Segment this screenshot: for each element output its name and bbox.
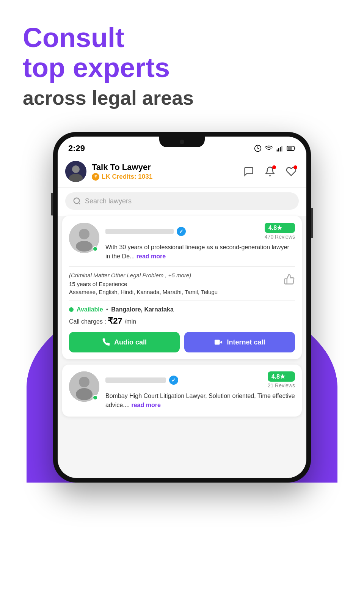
card-buttons: Audio call Internet call (69, 332, 295, 352)
clock-icon (254, 145, 262, 152)
lawyer-description: With 30 years of professional lineage as… (105, 243, 295, 261)
credits-text: LK Credits: 1031 (102, 173, 152, 181)
call-charges: Call charges : ₹27 /min (69, 316, 295, 326)
card2-top-right: ✓ 4.8★ 21 Reviews Bombay High Court Liti… (105, 371, 295, 410)
name-badge-row-2: ✓ 4.8★ 21 Reviews (105, 371, 295, 388)
card-divider (69, 266, 295, 267)
app-credits: ₹ LK Credits: 1031 (92, 173, 152, 181)
read-more-link-2[interactable]: read more (131, 402, 160, 408)
credits-coin: ₹ (92, 173, 99, 181)
lawyer-card-2: ✓ 4.8★ 21 Reviews Bombay High Court Liti… (62, 365, 302, 417)
notification-button[interactable] (262, 164, 278, 179)
lawyer-avatar-2 (69, 371, 99, 402)
svg-rect-7 (287, 147, 292, 150)
search-bar-wrapper: Search lawyers (58, 188, 306, 216)
avatar (65, 161, 86, 182)
svg-point-24 (76, 388, 93, 400)
app-header: Talk To Lawyer ₹ LK Credits: 1031 (58, 157, 306, 188)
power-button (311, 208, 313, 238)
hero-subtitle: across legal areas (23, 86, 341, 109)
card-top-right: ✓ 4.8★ 470 Reviews With 30 years of prof… (105, 223, 295, 261)
lawyer-avatar (69, 223, 99, 253)
meta-left: (Criminal Matter Other Legal Problem , +… (69, 272, 218, 295)
lawyer-card: ✓ 4.8★ 470 Reviews With 30 years of prof… (62, 216, 302, 359)
rating-badge: 4.8★ (265, 223, 295, 233)
languages: Assamese, English, Hindi, Kannada, Marat… (69, 289, 218, 295)
search-placeholder: Search lawyers (85, 197, 132, 205)
available-dot (69, 307, 74, 312)
verified-badge: ✓ (177, 227, 186, 236)
card-meta: (Criminal Matter Other Legal Problem , +… (69, 272, 295, 295)
wifi-icon (265, 144, 273, 153)
phone-wrapper: 2:29 (0, 132, 364, 483)
svg-rect-8 (294, 148, 295, 149)
hero-section: Consult top experts across legal areas (0, 0, 364, 117)
video-icon (214, 338, 223, 346)
svg-rect-4 (280, 147, 281, 152)
reviews-count-2: 21 Reviews (268, 382, 295, 388)
signal-icon (276, 145, 284, 152)
hero-title-line1: Consult (23, 23, 341, 53)
lawyer-name-placeholder (105, 229, 174, 234)
chat-icon (243, 166, 254, 177)
thumbs-up-icon (284, 274, 295, 285)
card-location: Available • Bangalore, Karnataka (69, 306, 295, 313)
svg-point-19 (76, 241, 93, 252)
favorites-badge (293, 165, 297, 169)
status-icons (254, 144, 296, 153)
notification-badge (272, 165, 276, 169)
cards-container: ✓ 4.8★ 470 Reviews With 30 years of prof… (58, 216, 306, 424)
audio-call-button[interactable]: Audio call (69, 332, 180, 352)
phone-screen: 2:29 (58, 137, 306, 478)
hero-title-line2: top experts (23, 53, 341, 83)
card2-top: ✓ 4.8★ 21 Reviews Bombay High Court Liti… (69, 371, 295, 410)
internet-call-button[interactable]: Internet call (184, 332, 295, 352)
svg-rect-3 (278, 148, 279, 151)
svg-rect-5 (281, 146, 282, 152)
like-button[interactable] (284, 274, 295, 288)
search-icon (73, 197, 81, 205)
app-title: Talk To Lawyer (92, 162, 152, 172)
svg-point-10 (72, 165, 80, 173)
verified-badge-2: ✓ (169, 376, 178, 385)
phone-icon (102, 338, 110, 346)
read-more-link[interactable]: read more (136, 253, 166, 259)
app-title-block: Talk To Lawyer ₹ LK Credits: 1031 (92, 162, 152, 181)
charge-amount: ₹27 (108, 316, 125, 326)
status-time: 2:29 (68, 143, 85, 153)
phone-notch (159, 137, 205, 147)
battery-icon (287, 145, 296, 152)
phone-device: 2:29 (53, 132, 311, 483)
front-camera (180, 140, 184, 144)
avatar-image (65, 161, 86, 182)
svg-point-23 (79, 377, 89, 387)
reviews-count: 470 Reviews (265, 234, 295, 240)
svg-point-18 (79, 229, 89, 239)
search-bar[interactable]: Search lawyers (65, 192, 299, 210)
chat-button[interactable] (241, 164, 256, 179)
availability-text: Available (77, 306, 103, 313)
svg-rect-21 (215, 340, 220, 345)
lawyer-description-2: Bombay High Court Litigation Lawyer, Sol… (105, 392, 295, 410)
volume-button (51, 193, 53, 215)
experience: 15 years of Experience (69, 281, 218, 287)
audio-call-label: Audio call (114, 338, 147, 346)
specialty: (Criminal Matter Other Legal Problem , +… (69, 272, 218, 278)
app-header-left: Talk To Lawyer ₹ LK Credits: 1031 (65, 161, 152, 182)
card-divider-2 (69, 300, 295, 301)
call-charges-label: Call charges : (69, 318, 106, 325)
internet-call-label: Internet call (227, 338, 265, 346)
favorites-button[interactable] (284, 164, 299, 179)
charge-unit: /min (125, 318, 136, 325)
rating-badge-2: 4.8★ (268, 371, 295, 382)
svg-marker-20 (220, 341, 222, 344)
location-text: Bangalore, Karnataka (111, 306, 174, 313)
name-row: ✓ 4.8★ 470 Reviews (105, 223, 295, 240)
bullet-separator: • (106, 306, 108, 313)
card-top: ✓ 4.8★ 470 Reviews With 30 years of prof… (69, 223, 295, 261)
lawyer-name-placeholder-2 (105, 377, 166, 383)
svg-rect-2 (277, 150, 278, 152)
svg-line-16 (78, 203, 80, 204)
svg-point-15 (74, 198, 80, 204)
app-header-right (241, 164, 299, 179)
